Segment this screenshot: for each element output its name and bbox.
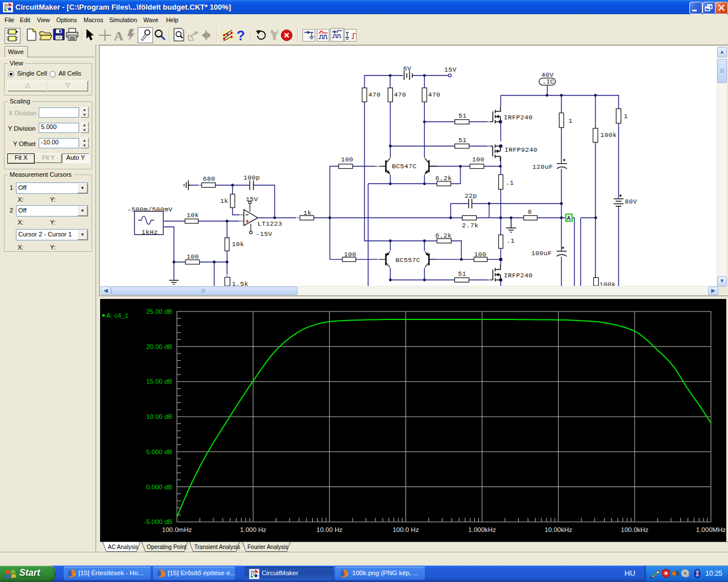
svg-text:51: 51 — [458, 112, 467, 119]
svg-text:22p: 22p — [465, 192, 477, 199]
svg-text:10.00 dB: 10.00 dB — [146, 413, 172, 420]
svg-text:100k: 100k — [599, 281, 616, 286]
svg-text:100.0 Hz: 100.0 Hz — [392, 526, 419, 533]
svg-text:100.0mHz: 100.0mHz — [162, 526, 192, 533]
svg-text:100p: 100p — [243, 174, 260, 181]
svg-text:100: 100 — [344, 251, 357, 258]
svg-text:51: 51 — [458, 136, 467, 144]
svg-text:Operating Point: Operating Point — [147, 544, 187, 550]
svg-text:.IC: .IC — [543, 78, 555, 85]
svg-text:A: A — [567, 215, 571, 222]
svg-text:470: 470 — [369, 91, 381, 98]
svg-text:680: 680 — [203, 175, 216, 182]
svg-text:10k: 10k — [187, 211, 199, 219]
svg-text:1: 1 — [624, 113, 628, 120]
svg-text:80V: 80V — [624, 198, 637, 205]
svg-text:1.000MHz: 1.000MHz — [696, 526, 726, 533]
svg-text:470: 470 — [394, 91, 407, 98]
svg-text:100: 100 — [187, 253, 199, 260]
svg-text:10.00kHz: 10.00kHz — [544, 526, 572, 533]
svg-text:-15V: -15V — [256, 230, 272, 238]
svg-text:120uF: 120uF — [532, 163, 553, 171]
svg-text:Transient Analysis: Transient Analysis — [195, 544, 241, 550]
svg-text:0.000 dB: 0.000 dB — [146, 484, 172, 490]
svg-text:6V: 6V — [403, 65, 412, 72]
svg-text:A: c4_1: A: c4_1 — [106, 312, 129, 319]
svg-text:.1: .1 — [506, 179, 514, 186]
svg-text:25.00 dB: 25.00 dB — [146, 308, 172, 315]
svg-text:IRFP240: IRFP240 — [504, 272, 533, 279]
svg-text:10.00 Hz: 10.00 Hz — [316, 526, 342, 533]
svg-text:LT1223: LT1223 — [258, 220, 283, 227]
svg-text:5.000 dB: 5.000 dB — [146, 448, 172, 455]
svg-text:BC557C: BC557C — [395, 256, 420, 264]
svg-text:100.0kHz: 100.0kHz — [621, 526, 649, 533]
svg-text:100: 100 — [472, 156, 485, 163]
svg-text:100: 100 — [474, 251, 486, 258]
svg-text:?: ? — [237, 28, 245, 43]
svg-text:-500m/500mV: -500m/500mV — [127, 206, 173, 213]
svg-text:Fourier Analysis: Fourier Analysis — [247, 544, 288, 550]
svg-text:15.00 dB: 15.00 dB — [146, 378, 172, 385]
svg-text:1k: 1k — [220, 197, 229, 205]
svg-text:51: 51 — [458, 270, 466, 277]
svg-text:100uF: 100uF — [531, 250, 552, 257]
svg-text:15V: 15V — [444, 66, 457, 73]
svg-text:.1: .1 — [506, 237, 515, 244]
svg-text:40V: 40V — [541, 71, 554, 78]
svg-text:20.00 dB: 20.00 dB — [146, 343, 172, 350]
svg-text:100: 100 — [341, 156, 353, 163]
svg-text:6.2k: 6.2k — [435, 232, 452, 239]
svg-text:470: 470 — [428, 91, 441, 98]
svg-text:2.7k: 2.7k — [462, 222, 478, 229]
svg-text:10k: 10k — [231, 240, 244, 248]
svg-text:1: 1 — [569, 117, 573, 124]
svg-text:IRFP240: IRFP240 — [504, 114, 533, 121]
svg-text:IRFP9240: IRFP9240 — [504, 146, 537, 153]
svg-text:8: 8 — [528, 208, 532, 215]
svg-text:1.000 Hz: 1.000 Hz — [240, 526, 266, 533]
svg-text:1.5k: 1.5k — [232, 280, 249, 286]
svg-text:1.000kHz: 1.000kHz — [468, 526, 496, 533]
svg-text:AC Analysis: AC Analysis — [108, 544, 138, 550]
svg-text:1kHz: 1kHz — [142, 228, 158, 236]
svg-text:15V: 15V — [246, 196, 258, 203]
svg-text:1k: 1k — [303, 209, 312, 217]
svg-text:6.2k: 6.2k — [436, 174, 452, 182]
svg-text:-5.000 dB: -5.000 dB — [144, 518, 172, 525]
svg-text:BC547C: BC547C — [392, 163, 417, 170]
svg-text:A: A — [114, 28, 124, 43]
svg-text:100k: 100k — [600, 131, 617, 139]
